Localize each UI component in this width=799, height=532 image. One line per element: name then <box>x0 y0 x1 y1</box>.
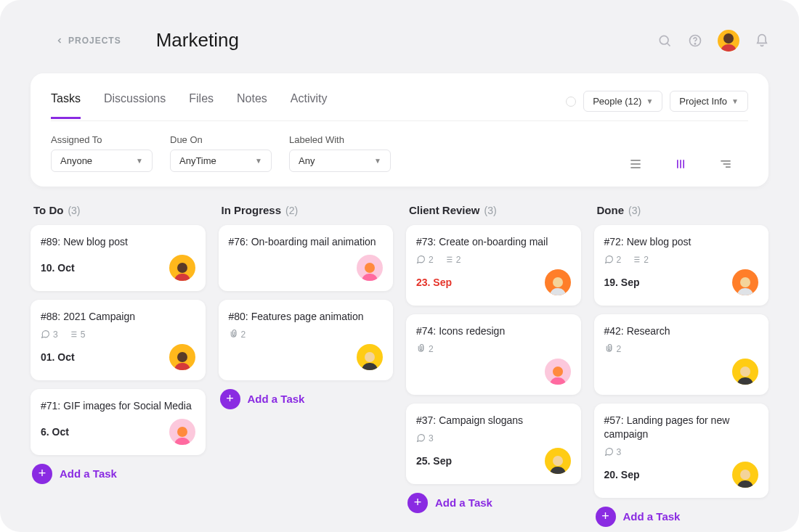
card-meta: 35 <box>41 330 195 340</box>
add-task-label: Add a Task <box>435 496 492 509</box>
project-info-dropdown[interactable]: Project Info ▼ <box>670 91 748 112</box>
tab-tasks[interactable]: Tasks <box>51 92 81 119</box>
card-meta: 22 <box>416 255 571 265</box>
column-header: Client Review (3) <box>409 204 581 216</box>
add-task-label: Add a Task <box>248 393 305 405</box>
tab-files[interactable]: Files <box>189 92 214 119</box>
assignee-avatar <box>732 359 758 385</box>
list-view-icon[interactable] <box>628 156 644 172</box>
assignee-avatar <box>732 269 758 295</box>
select-value: Any <box>299 155 315 166</box>
search-icon[interactable] <box>657 33 673 49</box>
column-header: In Progress (2) <box>222 204 394 216</box>
add-task-label: Add a Task <box>60 467 117 480</box>
column-todo: To Do (3) #89: New blog post 10. Oct #88… <box>31 204 206 527</box>
task-card[interactable]: #74: Icons redesign 2 <box>406 314 581 395</box>
back-label: PROJECTS <box>68 36 121 46</box>
add-task-button[interactable]: + Add a Task <box>31 464 206 484</box>
svg-point-0 <box>660 36 668 44</box>
column-review: Client Review (3) #73: Create on-boardin… <box>406 204 581 527</box>
chevron-down-icon: ▼ <box>731 97 739 105</box>
column-title: Client Review <box>409 204 480 216</box>
card-footer <box>604 359 759 385</box>
card-title: #74: Icons redesign <box>416 324 571 338</box>
tab-activity[interactable]: Activity <box>291 92 328 119</box>
task-card[interactable]: #89: New blog post 10. Oct <box>31 225 206 291</box>
chevron-down-icon: ▼ <box>136 157 143 165</box>
task-card[interactable]: #37: Campaign slogans 3 25. Sep <box>406 404 581 484</box>
add-task-button[interactable]: + Add a Task <box>594 507 769 527</box>
subtask-count: 2 <box>444 255 461 265</box>
due-select[interactable]: AnyTime▼ <box>170 150 272 172</box>
card-footer: 6. Oct <box>41 419 195 445</box>
attachment-count: 2 <box>416 344 434 354</box>
plus-icon: + <box>407 493 428 513</box>
task-card[interactable]: #57: Landing pages for new campaign 3 20… <box>594 404 769 498</box>
comment-count: 3 <box>41 330 58 340</box>
card-title: #72: New blog post <box>604 235 759 249</box>
assignee-avatar <box>545 269 571 295</box>
chevron-down-icon: ▼ <box>255 157 262 165</box>
card-date: 10. Oct <box>41 262 75 274</box>
labeled-select[interactable]: Any▼ <box>289 150 391 172</box>
assignee-avatar <box>732 462 758 488</box>
comment-count: 2 <box>604 255 622 265</box>
task-card[interactable]: #71: GIF images for Social Media 6. Oct <box>31 389 206 455</box>
plus-icon: + <box>596 507 616 527</box>
filter-label: Labeled With <box>289 134 391 145</box>
card-meta: 2 <box>229 330 384 340</box>
card-footer <box>229 344 384 370</box>
card-title: #42: Research <box>604 324 759 338</box>
card-date: 23. Sep <box>416 277 452 288</box>
board-view-icon[interactable] <box>673 156 689 172</box>
notification-bell-icon[interactable] <box>754 33 770 49</box>
select-value: Anyone <box>60 155 92 166</box>
add-task-button[interactable]: + Add a Task <box>406 493 581 513</box>
timeline-view-icon[interactable] <box>718 156 734 172</box>
view-toggles <box>628 156 748 172</box>
column-count: (3) <box>484 205 497 216</box>
column-progress: In Progress (2) #76: On-boarding mail an… <box>219 204 394 527</box>
card-footer: 10. Oct <box>41 255 195 281</box>
filter-labeled: Labeled With Any▼ <box>289 134 391 172</box>
add-task-button[interactable]: + Add a Task <box>219 389 394 409</box>
back-to-projects[interactable]: PROJECTS <box>55 36 121 46</box>
assignee-avatar <box>545 448 571 474</box>
column-title: In Progress <box>222 204 282 216</box>
task-card[interactable]: #76: On-boarding mail animation <box>219 225 394 291</box>
card-date: 19. Sep <box>604 277 640 288</box>
comment-count: 2 <box>416 255 434 265</box>
filters-row: Assigned To Anyone▼ Due On AnyTime▼ Labe… <box>51 134 748 172</box>
control-panel: TasksDiscussionsFilesNotesActivity Peopl… <box>31 73 768 187</box>
card-meta: 2 <box>416 344 571 354</box>
tab-notes[interactable]: Notes <box>237 92 267 119</box>
app-container: PROJECTS Marketing TasksDiscussionsFiles… <box>0 0 799 532</box>
card-footer <box>416 359 571 385</box>
task-card[interactable]: #72: New blog post 22 19. Sep <box>594 225 769 306</box>
help-icon[interactable] <box>687 33 703 49</box>
task-card[interactable]: #42: Research 2 <box>594 314 769 395</box>
column-count: (2) <box>285 205 298 216</box>
task-card[interactable]: #80: Features page animation 2 <box>219 300 394 380</box>
people-dropdown[interactable]: People (12) ▼ <box>583 91 662 112</box>
task-card[interactable]: #73: Create on-boarding mail 22 23. Sep <box>406 225 581 306</box>
column-title: Done <box>597 204 625 216</box>
assigned-select[interactable]: Anyone▼ <box>51 150 153 172</box>
column-header: To Do (3) <box>33 204 206 216</box>
tab-discussions[interactable]: Discussions <box>104 92 166 119</box>
task-card[interactable]: #88: 2021 Campaign 35 01. Oct <box>31 300 206 380</box>
assignee-avatar <box>169 419 195 445</box>
card-meta: 3 <box>416 433 571 443</box>
page-title: Marketing <box>156 29 239 52</box>
plus-icon: + <box>220 389 240 409</box>
assignee-avatar <box>169 344 195 370</box>
status-indicator[interactable] <box>566 97 576 107</box>
card-footer: 19. Sep <box>604 269 759 295</box>
panel-right: People (12) ▼ Project Info ▼ <box>566 91 748 112</box>
filter-label: Assigned To <box>51 134 153 145</box>
card-date: 20. Sep <box>604 469 640 480</box>
user-avatar[interactable] <box>718 30 739 52</box>
card-meta: 2 <box>604 344 759 354</box>
card-footer: 23. Sep <box>416 269 571 295</box>
svg-line-1 <box>668 43 670 46</box>
